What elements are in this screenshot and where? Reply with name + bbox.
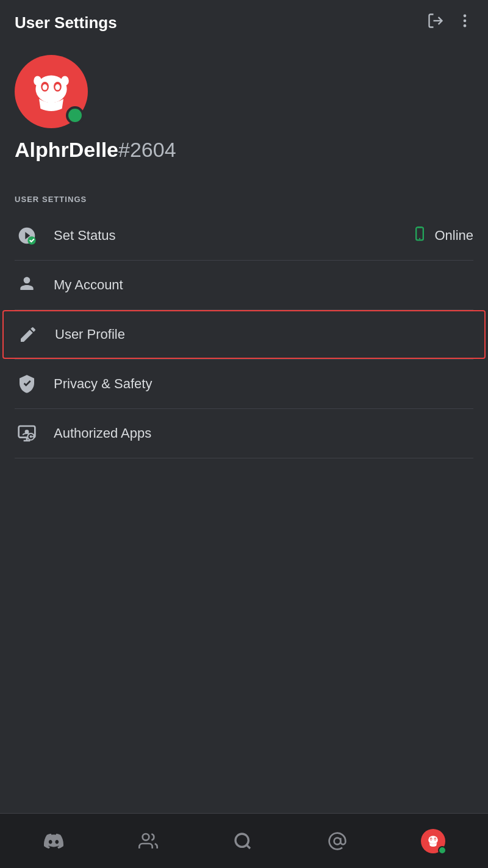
search-icon: [232, 830, 254, 852]
set-status-icon: [15, 223, 39, 248]
bottom-nav: [0, 813, 488, 868]
nav-status-dot: [438, 846, 447, 855]
logout-icon[interactable]: [427, 12, 444, 33]
svg-point-9: [34, 76, 41, 85]
svg-point-8: [55, 84, 60, 90]
set-status-right: Online: [411, 226, 473, 245]
authorized-apps-label: Authorized Apps: [54, 425, 151, 441]
nav-profile[interactable]: [411, 824, 455, 858]
privacy-safety-icon: [15, 372, 39, 396]
nav-search[interactable]: [222, 825, 264, 857]
divider-5: [15, 458, 473, 458]
menu-item-left: My Account: [15, 273, 123, 297]
menu-item-privacy-safety[interactable]: Privacy & Safety: [0, 360, 488, 408]
svg-line-23: [246, 845, 250, 848]
section-label: USER SETTINGS: [0, 180, 488, 211]
svg-point-7: [43, 84, 48, 90]
set-status-label: Set Status: [54, 228, 116, 244]
privacy-safety-label: Privacy & Safety: [54, 376, 152, 392]
svg-point-24: [334, 837, 341, 844]
username: AlphrDelle: [15, 138, 118, 162]
menu-item-my-account[interactable]: My Account: [0, 261, 488, 309]
svg-point-25: [429, 836, 439, 844]
svg-point-2: [464, 20, 467, 23]
svg-point-3: [464, 24, 467, 27]
header-actions: [427, 12, 473, 33]
authorized-apps-icon: [15, 421, 39, 446]
user-profile-label: User Profile: [55, 327, 125, 342]
page-title: User Settings: [15, 13, 117, 32]
svg-point-18: [30, 435, 32, 438]
svg-point-13: [419, 238, 420, 239]
menu-list: Set Status Online My Account: [0, 211, 488, 458]
svg-point-21: [142, 834, 149, 841]
online-status-text: Online: [434, 228, 473, 244]
user-profile-icon: [16, 322, 40, 347]
menu-item-left: Authorized Apps: [15, 421, 151, 446]
username-display: AlphrDelle #2604: [15, 138, 473, 162]
menu-item-left: User Profile: [16, 322, 125, 347]
svg-point-10: [61, 76, 69, 85]
mentions-icon: [326, 830, 348, 852]
my-account-label: My Account: [54, 277, 123, 293]
menu-item-set-status[interactable]: Set Status Online: [0, 211, 488, 260]
menu-item-user-profile[interactable]: User Profile: [2, 310, 486, 359]
discord-home-icon: [43, 830, 65, 852]
menu-item-left: Privacy & Safety: [15, 372, 152, 396]
svg-point-28: [431, 838, 432, 840]
status-indicator: [66, 106, 84, 125]
menu-item-left: Set Status: [15, 223, 116, 248]
discriminator: #2604: [118, 138, 176, 162]
svg-point-29: [435, 838, 436, 840]
avatar-wrapper: [15, 55, 88, 128]
svg-point-22: [235, 834, 248, 847]
header: User Settings: [0, 0, 488, 43]
svg-point-1: [464, 15, 467, 18]
friends-icon: [137, 830, 159, 852]
phone-online-icon: [411, 226, 428, 245]
my-account-icon: [15, 273, 39, 297]
nav-friends[interactable]: [127, 825, 169, 857]
menu-item-authorized-apps[interactable]: Authorized Apps: [0, 409, 488, 458]
nav-home[interactable]: [33, 825, 74, 857]
more-options-icon[interactable]: [456, 12, 473, 33]
nav-mentions[interactable]: [317, 825, 358, 857]
profile-nav-avatar: [421, 829, 445, 853]
profile-section: AlphrDelle #2604: [0, 43, 488, 180]
